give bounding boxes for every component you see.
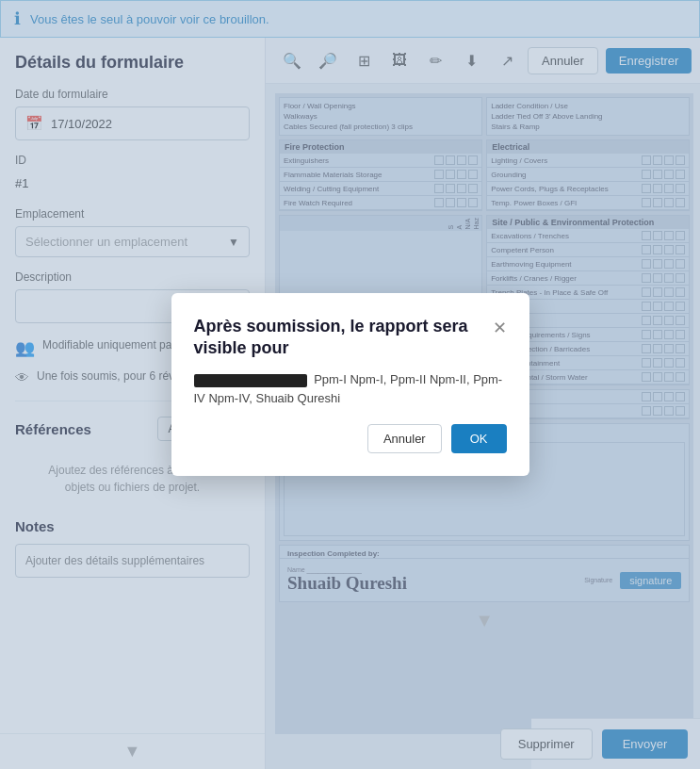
modal-header: Après soumission, le rapport sera visibl… [194,316,507,360]
modal-close-button[interactable]: ✕ [493,318,507,338]
modal-ok-button[interactable]: OK [451,424,507,453]
modal-body: Ppm-I Npm-I, Ppm-II Npm-II, Ppm-IV Npm-I… [194,370,507,407]
redacted-name [194,374,307,387]
modal-footer: Annuler OK [194,424,507,453]
modal-dialog: Après soumission, le rapport sera visibl… [171,293,529,477]
modal-title: Après soumission, le rapport sera visibl… [194,316,483,360]
modal-overlay: Après soumission, le rapport sera visibl… [0,0,700,769]
modal-cancel-button[interactable]: Annuler [367,424,442,453]
